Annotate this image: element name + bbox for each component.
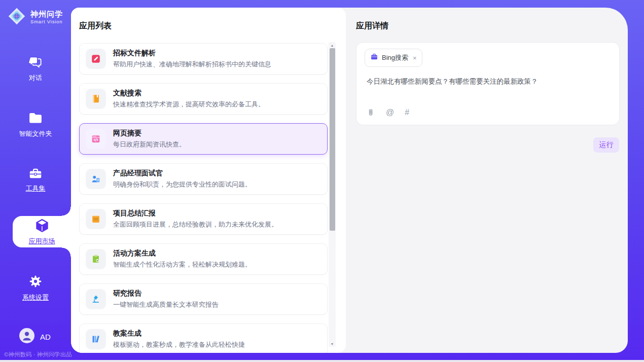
scrollbar-down-icon[interactable]: ▼ bbox=[329, 341, 336, 347]
app-card-list: 招标文件解析 帮助用户快速、准确地理解和解析招标书中的关键信息 文献搜索 bbox=[79, 43, 328, 353]
app-card-title: 招标文件解析 bbox=[113, 49, 271, 58]
brand-name: 神州问学 bbox=[30, 10, 63, 19]
paperclip-icon[interactable] bbox=[366, 107, 375, 118]
briefcase-icon bbox=[370, 53, 378, 63]
at-icon[interactable]: @ bbox=[386, 108, 394, 117]
sidebar-item-smart-folders[interactable]: 智能文件夹 bbox=[0, 111, 71, 139]
sidebar: 神州问学 Smart Vision 对话 智能文件夹 bbox=[0, 0, 71, 362]
app-card-literature-search[interactable]: 文献搜索 快速精准查找学术资源，提高研究效率的必备工具。 bbox=[79, 83, 328, 115]
app-card-web-summary[interactable]: 网页摘要 每日政府新闻资讯快查。 bbox=[79, 123, 328, 155]
prompt-card: Bing搜索 × 今日湖北有哪些新闻要点？有哪些需要关注的最新政策？ @ # bbox=[356, 42, 620, 125]
composer-toolbar: @ # bbox=[366, 107, 409, 118]
microscope-icon bbox=[86, 289, 106, 309]
sidebar-item-label: 智能文件夹 bbox=[19, 129, 52, 138]
clipboard-check-icon bbox=[86, 249, 106, 269]
tool-chip-label: Bing搜索 bbox=[382, 53, 408, 62]
app-card-desc: 每日政府新闻资讯快查。 bbox=[113, 140, 186, 149]
user-account[interactable]: AD bbox=[19, 328, 51, 345]
app-card-title: 教案生成 bbox=[113, 329, 245, 338]
app-window: 神州问学 Smart Vision 对话 智能文件夹 bbox=[0, 0, 644, 362]
book-icon bbox=[86, 89, 106, 109]
app-card-desc: 明确身份和职责，为您提供专业性的面试问题。 bbox=[113, 180, 252, 189]
app-detail-title: 应用详情 bbox=[356, 21, 388, 31]
brand-tagline: Smart Vision bbox=[30, 19, 63, 24]
toolbox-icon bbox=[28, 166, 43, 182]
app-card-title: 活动方案生成 bbox=[113, 249, 252, 258]
close-icon[interactable]: × bbox=[413, 55, 417, 61]
gear-icon bbox=[28, 274, 43, 291]
app-card-title: 项目总结汇报 bbox=[113, 209, 278, 218]
sidebar-active-tab: 应用市场 bbox=[13, 216, 71, 247]
app-card-desc: 一键智能生成高质量长文本研究报告 bbox=[113, 300, 219, 309]
books-icon bbox=[86, 329, 106, 349]
user-initials: AD bbox=[40, 333, 51, 341]
sidebar-item-label: 应用市场 bbox=[29, 237, 55, 246]
hash-icon[interactable]: # bbox=[405, 108, 409, 117]
app-card-pm-interviewer[interactable]: 产品经理面试官 明确身份和职责，为您提供专业性的面试问题。 bbox=[79, 163, 328, 195]
prompt-input[interactable]: 今日湖北有哪些新闻要点？有哪些需要关注的最新政策？ bbox=[367, 77, 609, 86]
browser-code-icon bbox=[86, 129, 106, 149]
pen-edit-icon bbox=[86, 49, 106, 69]
app-card-title: 研究报告 bbox=[113, 289, 219, 298]
sidebar-item-app-market[interactable]: 应用市场 bbox=[13, 216, 71, 247]
app-card-lesson-plan[interactable]: 教案生成 模板驱动，教案秒成，教学准备从此轻松快捷 bbox=[79, 323, 328, 353]
app-card-research-report[interactable]: 研究报告 一键智能生成高质量长文本研究报告 bbox=[79, 283, 328, 315]
sidebar-item-label: 对话 bbox=[29, 74, 42, 83]
app-card-event-plan[interactable]: 活动方案生成 智能生成个性化活动方案，轻松解决规划难题。 bbox=[79, 243, 328, 275]
app-card-desc: 智能生成个性化活动方案，轻松解决规划难题。 bbox=[113, 260, 252, 269]
scrollbar-up-icon[interactable]: ▲ bbox=[329, 42, 336, 48]
note-icon bbox=[86, 209, 106, 229]
sidebar-item-chat[interactable]: 对话 bbox=[0, 55, 71, 83]
brand-logo: 神州问学 Smart Vision bbox=[7, 7, 63, 28]
app-card-desc: 模板驱动，教案秒成，教学准备从此轻松快捷 bbox=[113, 340, 245, 349]
copyright-footer: ©神州数码 · 神州问学出品 bbox=[4, 351, 72, 358]
list-scrollbar[interactable]: ▲ ▼ bbox=[329, 42, 336, 347]
content-area: 应用列表 招标文件解析 帮助用户快速、准确地理解和解析招标书中的关键信息 bbox=[71, 8, 628, 353]
chat-icon bbox=[28, 56, 43, 71]
app-card-title: 产品经理面试官 bbox=[113, 169, 252, 178]
interviewer-icon bbox=[86, 169, 106, 189]
app-card-bid-parsing[interactable]: 招标文件解析 帮助用户快速、准确地理解和解析招标书中的关键信息 bbox=[79, 43, 328, 75]
app-list-panel: 应用列表 招标文件解析 帮助用户快速、准确地理解和解析招标书中的关键信息 bbox=[71, 8, 346, 353]
app-card-title: 网页摘要 bbox=[113, 129, 186, 138]
sidebar-item-label: 系统设置 bbox=[22, 293, 49, 302]
app-detail-panel: 应用详情 Bing搜索 × 今日湖北有哪些新闻要点？有哪些需要关注的最新政策？ bbox=[346, 8, 628, 353]
sidebar-item-toolset[interactable]: 工具集 bbox=[0, 165, 71, 194]
app-card-desc: 帮助用户快速、准确地理解和解析招标书中的关键信息 bbox=[113, 60, 271, 69]
avatar-person-icon bbox=[19, 328, 34, 345]
scrollbar-thumb[interactable] bbox=[330, 48, 335, 231]
folder-icon bbox=[28, 112, 43, 127]
app-card-project-summary[interactable]: 项目总结汇报 全面回顾项目进展，总结经验教训，助力未来优化发展。 bbox=[79, 203, 328, 235]
app-card-desc: 快速精准查找学术资源，提高研究效率的必备工具。 bbox=[113, 100, 265, 109]
gem-diamond-icon bbox=[7, 7, 26, 28]
run-button[interactable]: 运行 bbox=[593, 137, 619, 153]
sidebar-item-label: 工具集 bbox=[26, 184, 46, 193]
app-card-desc: 全面回顾项目进展，总结经验教训，助力未来优化发展。 bbox=[113, 220, 278, 229]
app-list-title: 应用列表 bbox=[79, 21, 112, 31]
cube-icon bbox=[34, 218, 50, 235]
app-card-title: 文献搜索 bbox=[113, 89, 265, 98]
tool-chip-bing-search[interactable]: Bing搜索 × bbox=[365, 49, 422, 67]
sidebar-item-settings[interactable]: 系统设置 bbox=[0, 274, 71, 302]
window-bottom-edge bbox=[0, 360, 644, 362]
